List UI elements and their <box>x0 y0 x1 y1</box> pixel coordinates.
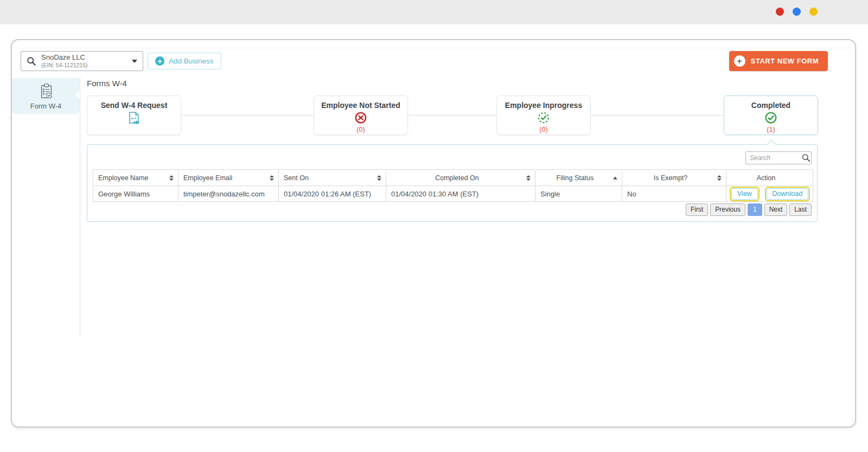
svg-text:w-4: w-4 <box>130 116 137 120</box>
cancel-circle-icon <box>354 111 367 124</box>
send-w4-document-icon: w-4 <box>127 111 142 126</box>
sort-both-icon[interactable] <box>270 175 274 181</box>
step-connector <box>408 115 496 116</box>
red-dot-icon[interactable] <box>776 8 784 16</box>
sort-both-icon[interactable] <box>169 175 174 181</box>
step-label: Employee Inprogress <box>505 101 582 110</box>
sort-both-icon[interactable] <box>717 175 722 181</box>
step-card-employee-not-started[interactable]: Employee Not Started (0) <box>314 96 408 135</box>
step-label: Employee Not Started <box>321 101 400 110</box>
blue-dot-icon[interactable] <box>793 8 801 16</box>
step-count: (0) <box>356 126 365 133</box>
inprogress-check-icon <box>537 111 550 124</box>
add-business-button[interactable]: + Add Business <box>148 53 221 69</box>
business-selector-dropdown[interactable]: SnoDaze LLC (EIN: 54-1121215) <box>21 51 143 71</box>
cell-actions: View Download <box>726 186 813 202</box>
business-ein: (EIN: 54-1121215) <box>41 62 88 68</box>
window-titlebar <box>0 0 868 24</box>
panel-pointer-notch <box>767 140 776 149</box>
search-input[interactable] <box>750 154 802 162</box>
start-new-form-label: START NEW FORM <box>751 57 819 65</box>
start-new-form-button[interactable]: + START NEW FORM <box>729 51 828 71</box>
cell-employee-email: timpeter@snodazellc.com <box>178 186 279 202</box>
sidebar-divider <box>80 77 80 338</box>
sort-ascending-icon[interactable] <box>613 176 617 179</box>
check-circle-icon <box>764 111 777 124</box>
sort-both-icon[interactable] <box>526 175 531 181</box>
view-button[interactable]: View <box>731 188 758 200</box>
cell-completed-on: 01/04/2020 01:30 AM (EST) <box>386 186 535 202</box>
card-top-divider <box>16 48 851 48</box>
column-header-action: Action <box>726 170 813 186</box>
step-count: (1) <box>767 126 775 133</box>
business-name: SnoDaze LLC <box>41 54 88 62</box>
pagination-next-button[interactable]: Next <box>764 203 788 216</box>
chevron-down-icon <box>132 60 137 63</box>
step-count: (0) <box>539 126 547 133</box>
sort-both-icon[interactable] <box>377 175 381 181</box>
yellow-dot-icon[interactable] <box>809 8 818 16</box>
sidebar-item-label: Form W-4 <box>30 102 62 110</box>
completed-forms-panel: Employee Name Employee Email Sent On <box>87 144 818 222</box>
cell-employee-name: George Williams <box>93 186 178 202</box>
step-card-completed[interactable]: Completed (1) <box>724 96 818 135</box>
pagination-last-button[interactable]: Last <box>789 203 812 216</box>
search-icon <box>27 56 36 66</box>
column-header-filing-status[interactable]: Filing Status <box>535 170 622 186</box>
download-button[interactable]: Download <box>767 188 809 200</box>
completed-forms-table: Employee Name Employee Email Sent On <box>93 169 813 202</box>
main-card: SnoDaze LLC (EIN: 54-1121215) + Add Busi… <box>11 39 856 428</box>
column-header-employee-email[interactable]: Employee Email <box>178 170 279 186</box>
sidebar-item-form-w4[interactable]: Form W-4 <box>12 78 80 114</box>
app-screen: SnoDaze LLC (EIN: 54-1121215) + Add Busi… <box>0 0 868 452</box>
cell-filing-status: Single <box>535 186 622 202</box>
cell-sent-on: 01/04/2020 01:26 AM (EST) <box>279 186 386 202</box>
plus-circle-icon: + <box>155 56 164 66</box>
table-search <box>745 151 812 164</box>
table-header-row: Employee Name Employee Email Sent On <box>93 170 813 186</box>
search-icon[interactable] <box>802 154 810 162</box>
pagination-first-button[interactable]: First <box>686 203 708 216</box>
step-card-send-w4-request[interactable]: Send W-4 Request w-4 <box>87 96 181 135</box>
page-title: Forms W-4 <box>87 79 127 88</box>
clipboard-check-icon <box>38 82 54 100</box>
column-header-completed-on[interactable]: Completed On <box>386 170 535 186</box>
step-connector <box>181 115 314 116</box>
step-connector <box>591 115 724 116</box>
table-row: George Williams timpeter@snodazellc.com … <box>93 186 813 202</box>
step-label: Completed <box>751 101 790 110</box>
add-business-label: Add Business <box>169 57 214 65</box>
window-control-dots <box>776 8 818 16</box>
step-card-employee-inprogress[interactable]: Employee Inprogress (0) <box>496 96 591 135</box>
pagination-previous-button[interactable]: Previous <box>710 203 745 216</box>
plus-circle-icon: + <box>734 55 745 67</box>
cell-is-exempt: No <box>622 186 726 202</box>
column-header-sent-on[interactable]: Sent On <box>279 170 386 186</box>
step-label: Send W-4 Request <box>101 101 168 110</box>
pagination: First Previous 1 Next Last <box>686 203 812 216</box>
column-header-employee-name[interactable]: Employee Name <box>93 170 178 186</box>
pagination-page-1-button[interactable]: 1 <box>748 203 762 216</box>
column-header-is-exempt[interactable]: Is Exempt? <box>622 170 726 186</box>
